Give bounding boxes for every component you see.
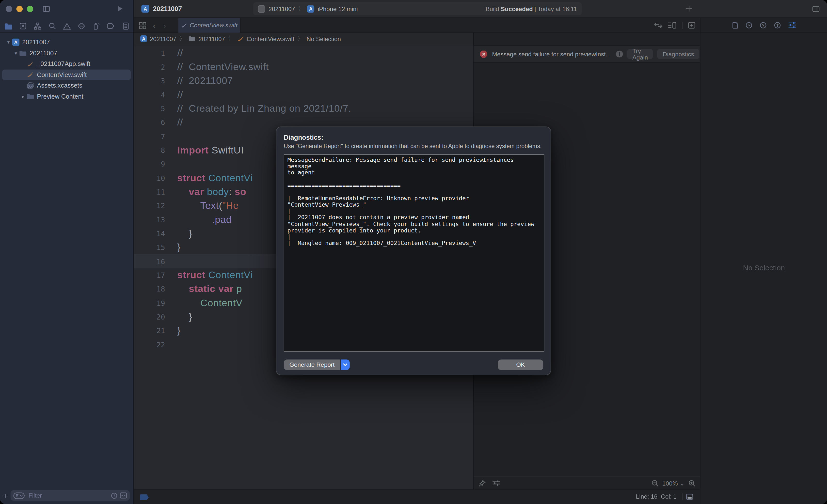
scheme-selector[interactable]: 20211007 <box>269 6 295 12</box>
find-navigator-icon[interactable] <box>48 22 57 31</box>
line-number[interactable]: 16 <box>134 257 165 265</box>
line-col-indicator[interactable]: Line: 16 Col: 1 <box>636 493 677 500</box>
zoom-in-icon[interactable] <box>688 480 695 487</box>
toggle-navigator-icon[interactable] <box>42 5 50 13</box>
line-number[interactable]: 12 <box>134 202 165 210</box>
line-number[interactable]: 10 <box>134 174 165 182</box>
line-number[interactable]: 13 <box>134 216 165 224</box>
recent-filter-icon[interactable] <box>111 492 118 499</box>
report-navigator-icon[interactable] <box>121 22 130 31</box>
run-destination-selector[interactable]: iPhone 12 mini <box>318 6 358 12</box>
file-tree-item[interactable]: ▾A20211007 <box>0 37 134 48</box>
line-number[interactable]: 8 <box>134 146 165 154</box>
file-tree-item[interactable]: ▾20211007 <box>0 48 134 59</box>
toolbar-project-title: A 20211007 <box>141 5 182 12</box>
line-number[interactable]: 3 <box>134 76 165 85</box>
zoom-window-button[interactable] <box>27 6 33 12</box>
tab-contentview-swift[interactable]: ContentView.swift <box>178 18 240 33</box>
swift-file-icon <box>181 22 187 29</box>
chevron-right-icon: 〉 <box>228 35 234 43</box>
adjust-editor-options-icon[interactable] <box>668 22 677 29</box>
close-window-button[interactable] <box>6 6 12 12</box>
quick-help-inspector-icon[interactable]: ? <box>759 21 767 29</box>
filter-input[interactable] <box>27 492 111 499</box>
chevron-right-icon: 〉 <box>298 35 303 43</box>
issue-navigator-icon[interactable] <box>62 22 71 31</box>
zoom-out-icon[interactable] <box>651 480 659 487</box>
try-again-button[interactable]: Try Again <box>627 49 653 59</box>
library-add-icon[interactable] <box>685 5 693 12</box>
line-number[interactable]: 15 <box>134 243 165 251</box>
line-number[interactable]: 20 <box>134 313 165 321</box>
toggle-inspector-icon[interactable] <box>812 5 820 13</box>
line-number[interactable]: 1 <box>134 49 165 57</box>
window-controls <box>6 6 33 12</box>
diagnostics-console[interactable]: MessageSendFailure: Message send failure… <box>284 155 544 351</box>
forward-button[interactable]: › <box>163 18 166 33</box>
preview-options-icon[interactable] <box>492 480 500 487</box>
symbol-navigator-icon[interactable] <box>33 22 42 31</box>
line-number[interactable]: 19 <box>134 299 165 307</box>
ok-button[interactable]: OK <box>498 359 543 370</box>
line-number[interactable]: 18 <box>134 285 165 293</box>
diagnostics-button[interactable]: Diagnostics <box>658 49 699 59</box>
test-navigator-icon[interactable] <box>77 22 86 31</box>
generate-report-dropdown-button[interactable] <box>341 359 349 370</box>
code-line[interactable]: 2// ContentView.swift <box>134 60 473 74</box>
breadcrumb-group[interactable]: 20211007 <box>189 36 225 42</box>
editor-grid-icon[interactable] <box>139 18 147 33</box>
line-number[interactable]: 21 <box>134 326 165 335</box>
line-number[interactable]: 22 <box>134 340 165 348</box>
generate-report-button[interactable]: Generate Report <box>284 359 340 370</box>
breadcrumb-file[interactable]: ContentView.swift <box>237 36 294 42</box>
pin-preview-icon[interactable] <box>479 480 486 487</box>
project-navigator-icon[interactable] <box>4 22 12 31</box>
zoom-level-selector[interactable]: 100% ⌄ <box>662 480 685 487</box>
breadcrumb-project[interactable]: A 20211007 <box>140 36 176 42</box>
back-button[interactable]: ‹ <box>153 18 155 33</box>
chevron-right-icon: 〉 <box>180 35 185 43</box>
accessibility-inspector-icon[interactable] <box>774 21 781 29</box>
attributes-inspector-icon[interactable] <box>788 22 796 29</box>
file-inspector-icon[interactable] <box>732 21 738 29</box>
history-inspector-icon[interactable] <box>745 21 752 29</box>
line-number[interactable]: 17 <box>134 271 165 279</box>
code-line[interactable]: 5// Created by Lin Zhang on 2021/10/7. <box>134 102 473 115</box>
editor-layout-icon[interactable] <box>686 493 694 500</box>
line-number[interactable]: 6 <box>134 118 165 127</box>
code-text: import SwiftUI <box>165 145 244 156</box>
breakpoint-indicator-icon[interactable] <box>140 494 149 500</box>
disclosure-triangle-icon[interactable]: ▸ <box>20 94 26 99</box>
line-number[interactable]: 2 <box>134 63 165 71</box>
debug-navigator-icon[interactable] <box>92 22 101 31</box>
line-number[interactable]: 7 <box>134 132 165 141</box>
line-number[interactable]: 14 <box>134 229 165 238</box>
flag-filter-icon[interactable] <box>119 492 127 499</box>
file-tree-item[interactable]: ContentView.swift <box>0 69 134 80</box>
line-number[interactable]: 9 <box>134 160 165 168</box>
add-file-button[interactable]: + <box>0 491 11 500</box>
code-line[interactable]: 1// <box>134 46 473 60</box>
source-control-navigator-icon[interactable] <box>18 22 27 31</box>
line-number[interactable]: 5 <box>134 104 165 113</box>
add-editor-icon[interactable] <box>688 22 695 29</box>
filter-icon <box>13 492 25 499</box>
minimize-window-button[interactable] <box>16 6 22 12</box>
info-icon[interactable]: i <box>616 51 623 58</box>
line-number[interactable]: 11 <box>134 188 165 196</box>
code-line[interactable]: 4// <box>134 88 473 102</box>
file-tree-item[interactable]: ▸Preview Content <box>0 91 134 102</box>
line-number[interactable]: 4 <box>134 91 165 99</box>
file-tree-item[interactable]: Assets.xcassets <box>0 80 134 91</box>
breadcrumb-symbol[interactable]: No Selection <box>306 36 341 42</box>
file-tree-item[interactable]: _0211007App.swift <box>0 59 134 69</box>
disclosure-triangle-icon[interactable]: ▾ <box>5 40 11 45</box>
disclosure-triangle-icon[interactable]: ▾ <box>12 50 19 56</box>
code-review-icon[interactable] <box>654 22 662 29</box>
build-status[interactable]: Build Succeeded | Today at 16:11 <box>486 6 577 12</box>
breakpoint-navigator-icon[interactable] <box>107 22 115 31</box>
code-line[interactable]: 3// 20211007 <box>134 74 473 88</box>
filter-field[interactable] <box>11 490 130 501</box>
diagnostics-console-text: MessageSendFailure: Message send failure… <box>288 157 541 247</box>
run-button[interactable] <box>117 5 124 12</box>
